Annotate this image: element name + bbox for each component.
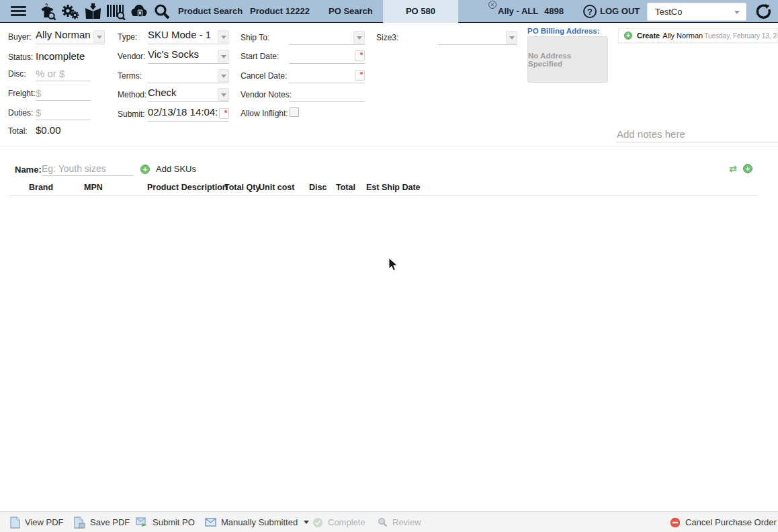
disc-label: Disc: — [8, 69, 26, 79]
buyer-label: Buyer: — [8, 32, 32, 42]
complete-button[interactable]: Complete — [312, 512, 365, 532]
company-select[interactable]: TestCo — [647, 3, 746, 21]
refresh-icon[interactable] — [755, 3, 771, 19]
add-skus-button[interactable]: + Add SKUs — [140, 164, 196, 174]
check-circle-icon — [312, 517, 323, 528]
calendar-icon[interactable] — [355, 70, 365, 81]
close-tab-icon[interactable]: × — [488, 1, 496, 9]
status-label: Status: — [8, 52, 33, 62]
tab-po-580-active[interactable]: PO 580 — [383, 0, 458, 23]
col-disc: Disc — [309, 183, 327, 192]
cancel-date-input[interactable] — [289, 68, 365, 83]
save-pdf-button[interactable]: Save PDF — [74, 512, 130, 532]
size3-select[interactable] — [438, 30, 517, 45]
chevron-down-icon[interactable] — [353, 31, 365, 44]
col-total: Total — [336, 183, 355, 192]
start-date-input[interactable] — [289, 48, 365, 64]
submit-date-input[interactable]: 02/13/18 14:04: — [148, 106, 229, 122]
submit-po-button[interactable]: Submit PO — [136, 512, 195, 532]
billing-address-box[interactable]: No Address Specified — [527, 36, 608, 83]
help-icon[interactable]: ? — [583, 5, 597, 18]
document-icon — [10, 517, 20, 529]
cancel-purchase-order-button[interactable]: Cancel Purchase Order — [670, 512, 777, 532]
notes-input[interactable] — [617, 126, 778, 142]
vendor-select[interactable]: Vic's Socks — [148, 48, 229, 64]
product-search-icon[interactable] — [38, 2, 57, 21]
allow-inflight-label: Allow Inflight: — [241, 109, 288, 118]
terms-select[interactable] — [148, 68, 229, 83]
freight-label: Freight: — [8, 89, 36, 98]
envelope-send-icon — [136, 517, 148, 527]
barcode-search-icon[interactable] — [106, 2, 126, 21]
add-skus-label: Add SKUs — [156, 164, 196, 174]
disc-input[interactable] — [36, 66, 91, 81]
po-detail-screen: Product Search Product 12222 PO Search P… — [0, 0, 778, 532]
tab-product-search[interactable]: Product Search — [178, 0, 243, 23]
badge-count: 4898 — [544, 0, 564, 23]
settings-gears-icon[interactable] — [60, 2, 80, 21]
vendor-label: Vendor: — [118, 52, 145, 61]
col-total-qty: Total Qty — [224, 183, 260, 192]
method-select[interactable]: Check — [148, 87, 229, 102]
status-value: Incomplete — [36, 50, 85, 62]
allow-inflight-checkbox[interactable] — [290, 107, 299, 117]
chevron-down-icon[interactable] — [218, 88, 229, 101]
table-header-divider — [9, 195, 758, 196]
calendar-icon[interactable] — [219, 108, 229, 119]
chevron-down-icon[interactable] — [506, 31, 517, 44]
menu-icon[interactable] — [11, 6, 26, 17]
col-est-ship-date: Est Ship Date — [366, 183, 421, 192]
submit-label: Submit: — [118, 109, 145, 119]
mouse-cursor — [388, 257, 398, 275]
terms-label: Terms: — [118, 71, 142, 81]
activity-log-entry: + Create Ally Norman Tuesday, February 1… — [618, 28, 778, 43]
top-navbar: Product Search Product 12222 PO Search P… — [0, 0, 778, 23]
duties-input[interactable] — [36, 105, 91, 120]
document-save-icon — [74, 517, 85, 529]
type-select[interactable]: SKU Mode - 1 — [148, 29, 229, 44]
total-label: Total: — [8, 126, 28, 136]
chevron-down-icon[interactable] — [93, 30, 105, 43]
col-mpn: MPN — [84, 183, 103, 192]
add-line-icon[interactable]: + — [743, 164, 752, 173]
freight-input[interactable] — [36, 86, 91, 101]
sku-name-input[interactable] — [42, 161, 133, 176]
cancel-date-label: Cancel Date: — [241, 71, 287, 81]
total-value: $0.00 — [36, 124, 61, 136]
vendor-notes-input[interactable] — [289, 87, 365, 102]
chevron-down-icon — [734, 11, 740, 14]
duties-label: Duties: — [8, 108, 33, 118]
sku-name-label: Name: — [15, 165, 42, 175]
col-unit-cost: Unit cost — [259, 183, 294, 192]
receive-box-icon[interactable] — [83, 2, 103, 21]
view-pdf-button[interactable]: View PDF — [10, 512, 64, 532]
tab-product-12222[interactable]: Product 12222 — [250, 0, 310, 23]
activity-timestamp: Tuesday, February 13, 2018, 2:04 pm — [704, 32, 778, 40]
chevron-down-icon[interactable] — [218, 30, 229, 43]
calendar-icon[interactable] — [355, 50, 365, 61]
chevron-down-icon[interactable] — [218, 69, 229, 82]
section-divider — [0, 146, 778, 146]
type-label: Type: — [118, 32, 137, 42]
search-icon[interactable] — [152, 2, 171, 21]
swap-lines-icon[interactable]: ⇄ — [729, 164, 737, 173]
tab-po-search[interactable]: PO Search — [329, 0, 373, 23]
manually-submitted-dropdown[interactable]: Manually Submitted — [205, 512, 309, 532]
action-bar: View PDF Save PDF Submit PO Manually Sub… — [0, 511, 778, 532]
review-button[interactable]: Review — [378, 512, 421, 532]
buyer-select[interactable]: Ally Norman — [36, 29, 105, 44]
start-date-label: Start Date: — [241, 52, 279, 61]
chevron-down-icon — [304, 521, 309, 524]
logout-button[interactable]: LOG OUT — [600, 0, 640, 23]
ship-to-select[interactable] — [289, 30, 365, 45]
col-brand: Brand — [29, 183, 53, 192]
plus-icon: + — [140, 165, 150, 174]
user-scope-label: Ally - ALL — [498, 0, 538, 23]
activity-action: Create — [637, 32, 660, 40]
magnifier-icon — [378, 517, 388, 527]
chevron-down-icon[interactable] — [218, 50, 229, 62]
company-select-value: TestCo — [655, 7, 682, 17]
cloud-device-icon[interactable] — [129, 2, 148, 21]
envelope-icon — [205, 518, 216, 527]
create-plus-icon: + — [624, 32, 632, 40]
